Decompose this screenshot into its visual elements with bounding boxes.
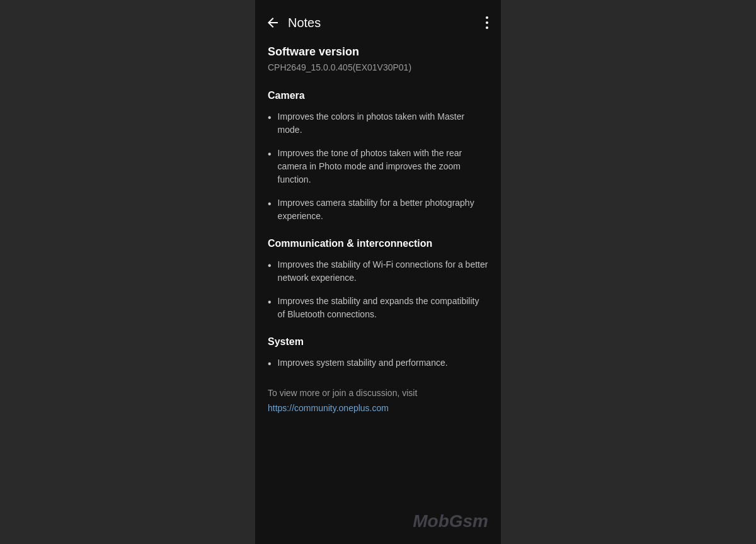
list-item: Improves the stability of Wi-Fi connecti… [268, 258, 488, 285]
list-item: Improves system stability and performanc… [268, 356, 488, 371]
community-link[interactable]: https://community.oneplus.com [268, 403, 389, 413]
section-title-communication: Communication & interconnection [268, 238, 488, 249]
more-options-button[interactable] [486, 16, 488, 29]
content-area: Software version CPH2649_15.0.0.405(EX01… [255, 40, 501, 433]
sections-container: CameraImproves the colors in photos take… [268, 90, 488, 371]
section-title-system: System [268, 336, 488, 348]
list-item: Improves camera stability for a better p… [268, 196, 488, 223]
header: Notes [255, 0, 501, 40]
footer-text: To view more or join a discussion, visit [268, 387, 488, 400]
phone-screen: Notes Software version CPH2649_15.0.0.40… [255, 0, 501, 544]
list-item: Improves the tone of photos taken with t… [268, 147, 488, 186]
header-left: Notes [265, 15, 321, 30]
software-version-value: CPH2649_15.0.0.405(EX01V30P01) [268, 62, 488, 72]
software-version-label: Software version [268, 45, 488, 59]
watermark: MobGsm [413, 511, 488, 531]
section-list-camera: Improves the colors in photos taken with… [268, 110, 488, 223]
list-item: Improves the colors in photos taken with… [268, 110, 488, 137]
section-title-camera: Camera [268, 90, 488, 101]
list-item: Improves the stability and expands the c… [268, 295, 488, 321]
section-list-system: Improves system stability and performanc… [268, 356, 488, 371]
back-button[interactable] [265, 15, 280, 30]
page-title: Notes [288, 16, 321, 30]
section-list-communication: Improves the stability of Wi-Fi connecti… [268, 258, 488, 321]
